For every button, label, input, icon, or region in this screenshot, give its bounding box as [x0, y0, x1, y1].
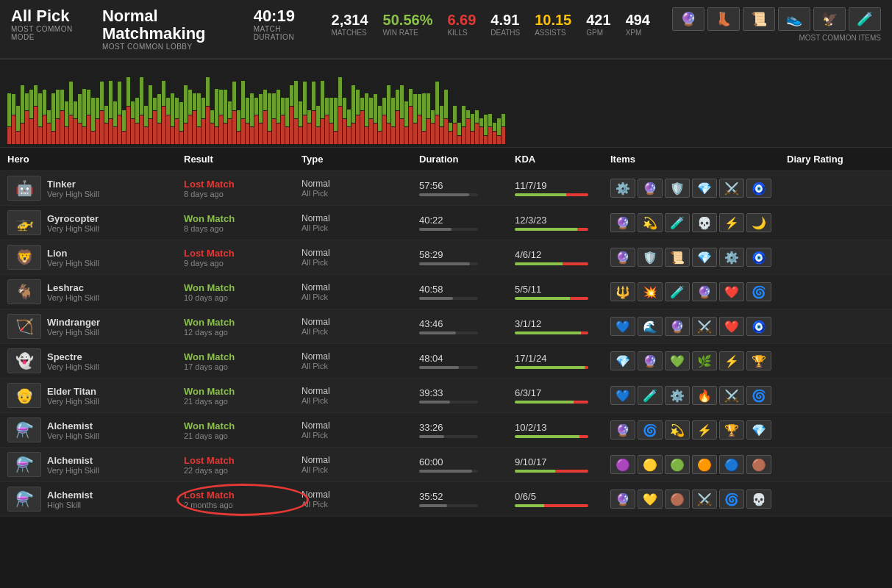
chart-bar-group — [232, 71, 236, 144]
chart-bar-group — [431, 71, 435, 144]
kda-text: 9/10/17 — [515, 456, 610, 467]
matches-value: 2,314 — [332, 12, 368, 29]
chart-bar-group — [254, 71, 258, 144]
chart-bar-group — [263, 71, 267, 144]
bar-win — [497, 118, 501, 135]
page-container: All Pick MOST COMMON MODE Normal Matchma… — [0, 0, 892, 517]
chart-bar-group — [171, 71, 174, 144]
bar-win — [281, 98, 285, 115]
result-time: 21 days ago — [184, 431, 302, 440]
chart-bar-group — [29, 71, 33, 144]
item-icon-0: 🔱 — [610, 282, 635, 301]
bar-win — [352, 85, 355, 123]
type-main: Normal — [302, 455, 419, 465]
duration-cell: 43:46 — [419, 318, 515, 334]
chart-bar-group — [122, 71, 126, 144]
bar-win — [347, 110, 351, 126]
bar-win — [7, 93, 11, 126]
hero-cell: 🤖 Tinker Very High Skill — [7, 176, 184, 201]
mode-sub: MOST COMMON MODE — [11, 25, 80, 41]
bar-loss — [12, 115, 15, 144]
assists-value: 10.15 — [535, 12, 571, 29]
bar-loss — [281, 115, 285, 144]
bar-loss — [435, 115, 439, 144]
bar-loss — [347, 127, 351, 144]
chart-bar-group — [162, 71, 165, 144]
hero-cell: ⚗️ Alchemist High Skill — [7, 487, 184, 512]
bar-win — [475, 110, 479, 123]
duration-bar-fill — [419, 366, 459, 369]
bar-win — [321, 81, 324, 118]
table-row[interactable]: ⚗️ Alchemist Very High Skill Won Match 2… — [0, 413, 892, 448]
bar-win — [228, 101, 232, 118]
bar-loss — [329, 123, 333, 144]
bar-win — [96, 98, 99, 118]
duration-cell: 40:22 — [419, 215, 515, 231]
items-cell: 💙🌊🔮⚔️❤️🧿 — [610, 317, 787, 336]
duration-cell: 39:33 — [419, 387, 515, 404]
bar-loss — [237, 132, 240, 144]
bar-win — [431, 110, 435, 123]
chart-bar-group — [365, 71, 368, 144]
kda-bar-row — [515, 470, 588, 473]
hero-name: Lion — [47, 248, 99, 259]
duration-bar-bg — [419, 262, 478, 265]
duration-bar-bg — [419, 331, 478, 334]
duration-time: 33:26 — [419, 422, 515, 433]
chart-bar-group — [188, 71, 192, 144]
chart-bar-group — [184, 71, 188, 144]
chart-bar-group — [16, 71, 20, 144]
bar-win — [378, 106, 382, 131]
bar-loss — [321, 119, 324, 144]
chart-bar-group — [179, 71, 183, 144]
item-icon-4: ❤️ — [719, 282, 744, 301]
bar-loss — [51, 132, 55, 144]
table-row[interactable]: 🐐 Leshrac Very High Skill Won Match 10 d… — [0, 275, 892, 309]
matches-table: Hero Result Type Duration KDA Items Diar… — [0, 148, 892, 517]
kda-cell: 3/1/12 — [515, 318, 610, 334]
bar-win — [166, 98, 170, 115]
table-row[interactable]: ⚗️ Alchemist Very High Skill Lost Match … — [0, 448, 892, 482]
bar-loss — [422, 132, 426, 144]
result-text: Won Match — [184, 351, 302, 362]
bar-loss — [431, 123, 435, 144]
bar-win — [382, 98, 386, 115]
bar-loss — [497, 136, 501, 144]
chart-bar-group — [100, 71, 104, 144]
table-row[interactable]: 🏹 Windranger Very High Skill Won Match 1… — [0, 309, 892, 344]
item-icon-5: 🏆 — [746, 351, 771, 370]
bar-win — [488, 114, 492, 126]
type-sub: All Pick — [302, 293, 419, 301]
table-row[interactable]: 🦁 Lion Very High Skill Lost Match 9 days… — [0, 240, 892, 275]
bar-win — [276, 90, 280, 123]
item-icon-3: 🔥 — [692, 386, 717, 405]
chart-bar-group — [109, 71, 113, 144]
kda-cell: 17/1/24 — [515, 353, 610, 369]
kda-bar-green — [515, 228, 577, 231]
bar-loss — [241, 119, 245, 144]
bar-loss — [38, 127, 42, 144]
bar-win — [303, 82, 307, 115]
duration-bar-bg — [419, 366, 478, 369]
bar-win — [157, 94, 161, 123]
bar-loss — [179, 132, 183, 144]
kda-cell: 9/10/17 — [515, 456, 610, 473]
bar-loss — [228, 119, 232, 144]
chart-bar-group — [290, 71, 293, 144]
result-cell: Won Match 8 days ago — [184, 213, 302, 233]
table-row[interactable]: 👻 Spectre Very High Skill Won Match 17 d… — [0, 344, 892, 379]
bar-loss — [303, 115, 307, 144]
table-row[interactable]: 👴 Elder Titan Very High Skill Won Match … — [0, 379, 892, 413]
chart-bar-group — [91, 71, 95, 144]
bar-loss — [479, 127, 483, 144]
table-row[interactable]: 🚁 Gyrocopter Very High Skill Won Match 8… — [0, 206, 892, 240]
bar-loss — [365, 127, 368, 144]
bar-loss — [149, 119, 152, 144]
bar-loss — [444, 119, 448, 144]
chart-bar-group — [149, 71, 152, 144]
table-row[interactable]: ⚗️ Alchemist High Skill Lost Match 2 mon… — [0, 482, 892, 517]
bar-win — [12, 94, 15, 115]
deaths-label: DEATHS — [490, 29, 520, 37]
bar-loss — [484, 136, 488, 144]
table-row[interactable]: 🤖 Tinker Very High Skill Lost Match 8 da… — [0, 171, 892, 206]
